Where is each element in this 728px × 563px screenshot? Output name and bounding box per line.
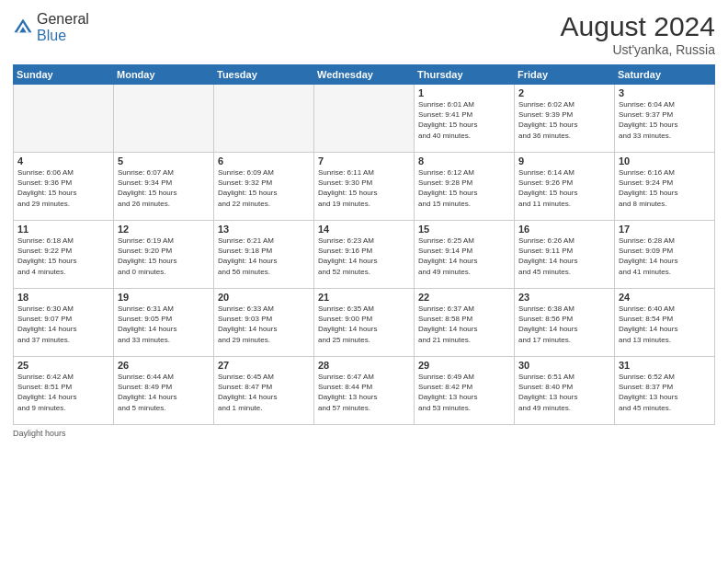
day-number: 5 [118,155,210,167]
day-number: 8 [418,155,510,167]
day-number: 9 [518,155,610,167]
calendar-cell: 20Sunrise: 6:33 AM Sunset: 9:03 PM Dayli… [214,289,314,357]
calendar-cell: 8Sunrise: 6:12 AM Sunset: 9:28 PM Daylig… [415,153,515,221]
day-info: Sunrise: 6:01 AM Sunset: 9:41 PM Dayligh… [418,99,510,141]
day-info: Sunrise: 6:16 AM Sunset: 9:24 PM Dayligh… [619,167,711,209]
calendar-cell: 26Sunrise: 6:44 AM Sunset: 8:49 PM Dayli… [114,357,214,425]
calendar-cell [314,85,415,153]
calendar-cell: 11Sunrise: 6:18 AM Sunset: 9:22 PM Dayli… [14,221,114,289]
day-info: Sunrise: 6:02 AM Sunset: 9:39 PM Dayligh… [518,99,610,141]
calendar-cell: 18Sunrise: 6:30 AM Sunset: 9:07 PM Dayli… [14,289,114,357]
calendar-table: SundayMondayTuesdayWednesdayThursdayFrid… [13,64,715,425]
day-info: Sunrise: 6:37 AM Sunset: 8:58 PM Dayligh… [418,304,510,345]
day-info: Sunrise: 6:09 AM Sunset: 9:32 PM Dayligh… [218,167,310,209]
calendar-cell [114,85,214,153]
day-number: 2 [518,87,610,98]
calendar-cell: 31Sunrise: 6:52 AM Sunset: 8:37 PM Dayli… [615,357,715,425]
calendar-cell: 28Sunrise: 6:47 AM Sunset: 8:44 PM Dayli… [314,357,415,425]
calendar-cell: 10Sunrise: 6:16 AM Sunset: 9:24 PM Dayli… [615,153,715,221]
day-header-saturday: Saturday [615,65,715,85]
calendar-cell [14,85,114,153]
day-info: Sunrise: 6:28 AM Sunset: 9:09 PM Dayligh… [619,236,711,277]
day-info: Sunrise: 6:31 AM Sunset: 9:05 PM Dayligh… [118,304,210,345]
day-info: Sunrise: 6:33 AM Sunset: 9:03 PM Dayligh… [218,304,310,345]
calendar-cell [214,85,314,153]
header-row: SundayMondayTuesdayWednesdayThursdayFrid… [14,65,715,85]
day-number: 25 [17,360,109,371]
day-info: Sunrise: 6:04 AM Sunset: 9:37 PM Dayligh… [619,99,711,141]
day-number: 26 [118,360,210,371]
calendar-cell: 3Sunrise: 6:04 AM Sunset: 9:37 PM Daylig… [615,85,715,153]
day-info: Sunrise: 6:14 AM Sunset: 9:26 PM Dayligh… [518,167,610,209]
calendar-cell: 19Sunrise: 6:31 AM Sunset: 9:05 PM Dayli… [114,289,214,357]
day-number: 22 [418,292,510,303]
calendar-cell: 12Sunrise: 6:19 AM Sunset: 9:20 PM Dayli… [114,221,214,289]
day-number: 15 [418,224,510,235]
day-number: 27 [218,360,310,371]
logo: General Blue [13,11,89,44]
day-header-sunday: Sunday [14,65,114,85]
week-row-3: 18Sunrise: 6:30 AM Sunset: 9:07 PM Dayli… [14,289,715,357]
calendar-cell: 6Sunrise: 6:09 AM Sunset: 9:32 PM Daylig… [214,153,314,221]
calendar-cell: 25Sunrise: 6:42 AM Sunset: 8:51 PM Dayli… [14,357,114,425]
day-number: 18 [17,292,109,303]
day-number: 12 [118,224,210,235]
title-block: August 2024 Ust'yanka, Russia [561,11,715,57]
day-info: Sunrise: 6:30 AM Sunset: 9:07 PM Dayligh… [17,304,109,345]
day-number: 16 [518,224,610,235]
day-number: 10 [619,155,711,167]
week-row-4: 25Sunrise: 6:42 AM Sunset: 8:51 PM Dayli… [14,357,715,425]
location-title: Ust'yanka, Russia [561,42,715,57]
day-header-wednesday: Wednesday [314,65,415,85]
week-row-2: 11Sunrise: 6:18 AM Sunset: 9:22 PM Dayli… [14,221,715,289]
day-number: 19 [118,292,210,303]
footer-note: Daylight hours [13,429,715,438]
day-info: Sunrise: 6:11 AM Sunset: 9:30 PM Dayligh… [318,167,410,209]
day-header-thursday: Thursday [415,65,515,85]
day-info: Sunrise: 6:23 AM Sunset: 9:16 PM Dayligh… [318,236,410,277]
calendar-cell: 30Sunrise: 6:51 AM Sunset: 8:40 PM Dayli… [515,357,615,425]
day-number: 4 [17,155,109,167]
calendar-cell: 22Sunrise: 6:37 AM Sunset: 8:58 PM Dayli… [415,289,515,357]
calendar-cell: 7Sunrise: 6:11 AM Sunset: 9:30 PM Daylig… [314,153,415,221]
calendar-cell: 14Sunrise: 6:23 AM Sunset: 9:16 PM Dayli… [314,221,415,289]
day-info: Sunrise: 6:07 AM Sunset: 9:34 PM Dayligh… [118,167,210,209]
calendar-cell: 5Sunrise: 6:07 AM Sunset: 9:34 PM Daylig… [114,153,214,221]
day-info: Sunrise: 6:35 AM Sunset: 9:00 PM Dayligh… [318,304,410,345]
day-number: 23 [518,292,610,303]
day-info: Sunrise: 6:18 AM Sunset: 9:22 PM Dayligh… [17,236,109,277]
logo-icon [13,17,33,38]
day-info: Sunrise: 6:42 AM Sunset: 8:51 PM Dayligh… [17,372,109,413]
day-info: Sunrise: 6:40 AM Sunset: 8:54 PM Dayligh… [619,304,711,345]
day-header-tuesday: Tuesday [214,65,314,85]
day-number: 24 [619,292,711,303]
week-row-0: 1Sunrise: 6:01 AM Sunset: 9:41 PM Daylig… [14,85,715,153]
day-number: 3 [619,87,711,98]
calendar-cell: 16Sunrise: 6:26 AM Sunset: 9:11 PM Dayli… [515,221,615,289]
day-number: 6 [218,155,310,167]
day-info: Sunrise: 6:45 AM Sunset: 8:47 PM Dayligh… [218,372,310,413]
header: General Blue August 2024 Ust'yanka, Russ… [13,11,715,57]
calendar-cell: 9Sunrise: 6:14 AM Sunset: 9:26 PM Daylig… [515,153,615,221]
day-info: Sunrise: 6:06 AM Sunset: 9:36 PM Dayligh… [17,167,109,209]
day-number: 14 [318,224,410,235]
day-info: Sunrise: 6:44 AM Sunset: 8:49 PM Dayligh… [118,372,210,413]
calendar-cell: 1Sunrise: 6:01 AM Sunset: 9:41 PM Daylig… [415,85,515,153]
day-number: 11 [17,224,109,235]
day-info: Sunrise: 6:25 AM Sunset: 9:14 PM Dayligh… [418,236,510,277]
calendar-cell: 24Sunrise: 6:40 AM Sunset: 8:54 PM Dayli… [615,289,715,357]
month-title: August 2024 [561,11,715,42]
day-number: 28 [318,360,410,371]
calendar-cell: 13Sunrise: 6:21 AM Sunset: 9:18 PM Dayli… [214,221,314,289]
calendar-cell: 23Sunrise: 6:38 AM Sunset: 8:56 PM Dayli… [515,289,615,357]
day-number: 13 [218,224,310,235]
day-number: 31 [619,360,711,371]
day-info: Sunrise: 6:51 AM Sunset: 8:40 PM Dayligh… [518,372,610,413]
week-row-1: 4Sunrise: 6:06 AM Sunset: 9:36 PM Daylig… [14,153,715,221]
day-info: Sunrise: 6:49 AM Sunset: 8:42 PM Dayligh… [418,372,510,413]
calendar-cell: 2Sunrise: 6:02 AM Sunset: 9:39 PM Daylig… [515,85,615,153]
day-info: Sunrise: 6:19 AM Sunset: 9:20 PM Dayligh… [118,236,210,277]
day-number: 29 [418,360,510,371]
logo-text: General Blue [37,11,89,44]
day-number: 7 [318,155,410,167]
